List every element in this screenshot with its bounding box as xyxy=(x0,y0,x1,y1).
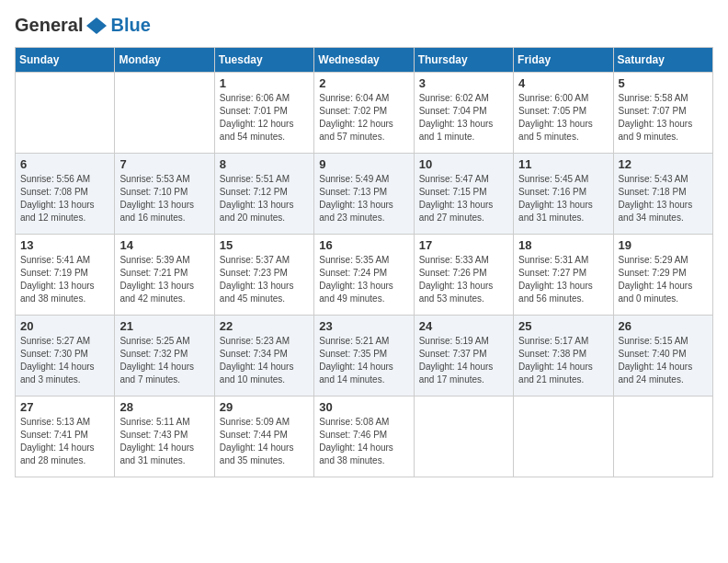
day-number: 30 xyxy=(319,400,408,414)
calendar-cell: 15Sunrise: 5:37 AM Sunset: 7:23 PM Dayli… xyxy=(214,235,313,316)
day-info: Sunrise: 5:49 AM Sunset: 7:13 PM Dayligh… xyxy=(319,173,408,224)
day-info: Sunrise: 5:37 AM Sunset: 7:23 PM Dayligh… xyxy=(220,254,309,305)
calendar-week-4: 20Sunrise: 5:27 AM Sunset: 7:30 PM Dayli… xyxy=(16,316,713,396)
day-number: 4 xyxy=(518,76,608,90)
calendar-cell: 30Sunrise: 5:08 AM Sunset: 7:46 PM Dayli… xyxy=(314,396,414,477)
calendar-cell: 28Sunrise: 5:11 AM Sunset: 7:43 PM Dayli… xyxy=(115,396,214,477)
day-info: Sunrise: 6:02 AM Sunset: 7:04 PM Dayligh… xyxy=(419,92,508,144)
day-info: Sunrise: 6:04 AM Sunset: 7:02 PM Dayligh… xyxy=(319,92,408,144)
day-info: Sunrise: 5:39 AM Sunset: 7:21 PM Dayligh… xyxy=(119,254,209,305)
calendar-cell xyxy=(16,73,115,154)
calendar-cell: 26Sunrise: 5:15 AM Sunset: 7:40 PM Dayli… xyxy=(613,316,712,396)
day-info: Sunrise: 5:45 AM Sunset: 7:16 PM Dayligh… xyxy=(518,173,608,224)
calendar-cell: 20Sunrise: 5:27 AM Sunset: 7:30 PM Dayli… xyxy=(16,316,115,396)
day-info: Sunrise: 5:29 AM Sunset: 7:29 PM Dayligh… xyxy=(619,254,708,305)
day-info: Sunrise: 5:47 AM Sunset: 7:15 PM Dayligh… xyxy=(419,173,508,224)
calendar-cell: 3Sunrise: 6:02 AM Sunset: 7:04 PM Daylig… xyxy=(414,73,513,154)
calendar-cell: 8Sunrise: 5:51 AM Sunset: 7:12 PM Daylig… xyxy=(214,154,313,235)
day-number: 2 xyxy=(319,76,408,90)
calendar-cell xyxy=(613,396,712,477)
calendar-cell: 18Sunrise: 5:31 AM Sunset: 7:27 PM Dayli… xyxy=(514,235,613,316)
day-info: Sunrise: 5:21 AM Sunset: 7:35 PM Dayligh… xyxy=(319,335,408,386)
day-number: 25 xyxy=(518,319,608,333)
day-info: Sunrise: 5:08 AM Sunset: 7:46 PM Dayligh… xyxy=(319,416,408,467)
day-info: Sunrise: 5:43 AM Sunset: 7:18 PM Dayligh… xyxy=(619,173,708,224)
day-number: 24 xyxy=(419,319,508,333)
day-number: 5 xyxy=(619,76,708,90)
day-number: 12 xyxy=(619,157,708,171)
calendar-cell: 4Sunrise: 6:00 AM Sunset: 7:05 PM Daylig… xyxy=(514,73,613,154)
logo-general: General xyxy=(15,15,83,36)
day-info: Sunrise: 5:13 AM Sunset: 7:41 PM Dayligh… xyxy=(20,416,109,467)
calendar-cell: 19Sunrise: 5:29 AM Sunset: 7:29 PM Dayli… xyxy=(613,235,712,316)
day-number: 3 xyxy=(419,76,508,90)
calendar-cell: 22Sunrise: 5:23 AM Sunset: 7:34 PM Dayli… xyxy=(214,316,313,396)
day-number: 29 xyxy=(220,400,309,414)
calendar-table: SundayMondayTuesdayWednesdayThursdayFrid… xyxy=(15,47,713,477)
calendar-week-2: 6Sunrise: 5:56 AM Sunset: 7:08 PM Daylig… xyxy=(16,154,713,235)
day-header-wednesday: Wednesday xyxy=(314,48,414,73)
day-info: Sunrise: 5:33 AM Sunset: 7:26 PM Dayligh… xyxy=(419,254,508,305)
calendar-cell: 27Sunrise: 5:13 AM Sunset: 7:41 PM Dayli… xyxy=(16,396,115,477)
day-number: 13 xyxy=(20,238,109,252)
day-info: Sunrise: 5:51 AM Sunset: 7:12 PM Dayligh… xyxy=(220,173,309,224)
calendar-cell: 10Sunrise: 5:47 AM Sunset: 7:15 PM Dayli… xyxy=(414,154,513,235)
calendar-cell: 24Sunrise: 5:19 AM Sunset: 7:37 PM Dayli… xyxy=(414,316,513,396)
calendar-cell xyxy=(414,396,513,477)
svg-marker-0 xyxy=(86,17,107,34)
calendar-cell: 6Sunrise: 5:56 AM Sunset: 7:08 PM Daylig… xyxy=(16,154,115,235)
calendar-week-5: 27Sunrise: 5:13 AM Sunset: 7:41 PM Dayli… xyxy=(16,396,713,477)
calendar-cell: 16Sunrise: 5:35 AM Sunset: 7:24 PM Dayli… xyxy=(314,235,414,316)
day-number: 22 xyxy=(220,319,309,333)
day-number: 8 xyxy=(220,157,309,171)
day-info: Sunrise: 5:31 AM Sunset: 7:27 PM Dayligh… xyxy=(518,254,608,305)
day-number: 26 xyxy=(619,319,708,333)
day-number: 27 xyxy=(20,400,109,414)
calendar-cell: 21Sunrise: 5:25 AM Sunset: 7:32 PM Dayli… xyxy=(115,316,214,396)
calendar-cell xyxy=(514,396,613,477)
calendar-week-3: 13Sunrise: 5:41 AM Sunset: 7:19 PM Dayli… xyxy=(16,235,713,316)
day-info: Sunrise: 5:23 AM Sunset: 7:34 PM Dayligh… xyxy=(220,335,309,386)
calendar-cell: 7Sunrise: 5:53 AM Sunset: 7:10 PM Daylig… xyxy=(115,154,214,235)
logo-flag-icon xyxy=(86,16,107,36)
logo-blue: Blue xyxy=(110,15,150,36)
calendar-cell: 23Sunrise: 5:21 AM Sunset: 7:35 PM Dayli… xyxy=(314,316,414,396)
day-number: 9 xyxy=(319,157,408,171)
day-header-saturday: Saturday xyxy=(613,48,712,73)
calendar-cell: 11Sunrise: 5:45 AM Sunset: 7:16 PM Dayli… xyxy=(514,154,613,235)
day-number: 14 xyxy=(119,238,209,252)
day-number: 10 xyxy=(419,157,508,171)
day-header-friday: Friday xyxy=(514,48,613,73)
day-info: Sunrise: 5:25 AM Sunset: 7:32 PM Dayligh… xyxy=(119,335,209,386)
day-header-thursday: Thursday xyxy=(414,48,513,73)
day-info: Sunrise: 6:06 AM Sunset: 7:01 PM Dayligh… xyxy=(220,92,309,144)
calendar-cell: 29Sunrise: 5:09 AM Sunset: 7:44 PM Dayli… xyxy=(214,396,313,477)
day-number: 1 xyxy=(220,76,309,90)
day-info: Sunrise: 5:41 AM Sunset: 7:19 PM Dayligh… xyxy=(20,254,109,305)
day-info: Sunrise: 5:53 AM Sunset: 7:10 PM Dayligh… xyxy=(119,173,209,224)
day-info: Sunrise: 5:58 AM Sunset: 7:07 PM Dayligh… xyxy=(619,92,708,144)
day-info: Sunrise: 5:56 AM Sunset: 7:08 PM Dayligh… xyxy=(20,173,109,224)
calendar-cell xyxy=(115,73,214,154)
day-number: 21 xyxy=(119,319,209,333)
day-info: Sunrise: 5:19 AM Sunset: 7:37 PM Dayligh… xyxy=(419,335,508,386)
calendar-cell: 14Sunrise: 5:39 AM Sunset: 7:21 PM Dayli… xyxy=(115,235,214,316)
day-header-tuesday: Tuesday xyxy=(214,48,313,73)
day-number: 7 xyxy=(119,157,209,171)
day-number: 16 xyxy=(319,238,408,252)
day-number: 6 xyxy=(20,157,109,171)
day-info: Sunrise: 5:11 AM Sunset: 7:43 PM Dayligh… xyxy=(119,416,209,467)
page-header: General Blue xyxy=(15,15,713,36)
day-number: 15 xyxy=(220,238,309,252)
day-info: Sunrise: 5:09 AM Sunset: 7:44 PM Dayligh… xyxy=(220,416,309,467)
day-info: Sunrise: 5:27 AM Sunset: 7:30 PM Dayligh… xyxy=(20,335,109,386)
calendar-cell: 5Sunrise: 5:58 AM Sunset: 7:07 PM Daylig… xyxy=(613,73,712,154)
calendar-cell: 12Sunrise: 5:43 AM Sunset: 7:18 PM Dayli… xyxy=(613,154,712,235)
day-number: 28 xyxy=(119,400,209,414)
calendar-cell: 1Sunrise: 6:06 AM Sunset: 7:01 PM Daylig… xyxy=(214,73,313,154)
day-number: 20 xyxy=(20,319,109,333)
logo: General Blue xyxy=(15,15,151,36)
day-info: Sunrise: 6:00 AM Sunset: 7:05 PM Dayligh… xyxy=(518,92,608,144)
day-info: Sunrise: 5:15 AM Sunset: 7:40 PM Dayligh… xyxy=(619,335,708,386)
day-number: 23 xyxy=(319,319,408,333)
